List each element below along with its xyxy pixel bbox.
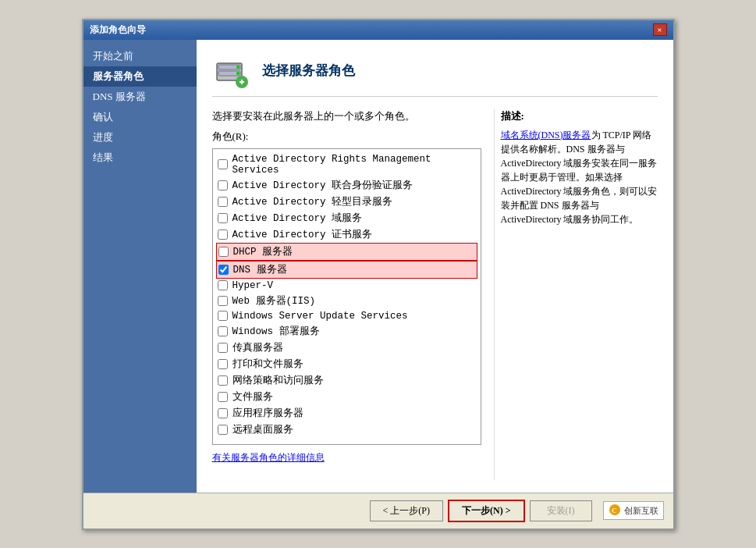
role-label: 角色(R): <box>212 130 481 144</box>
checkbox-ad-cs[interactable] <box>218 230 228 240</box>
role-label-app: 应用程序服务器 <box>232 407 303 420</box>
desc-link[interactable]: 域名系统(DNS)服务器 <box>501 130 591 141</box>
desc-body: 为 TCP/IP 网络提供名称解析。DNS 服务器与 ActiveDirecto… <box>501 130 658 225</box>
role-label-rds: 远程桌面服务 <box>232 423 293 436</box>
bottom-bar: < 上一步(P) 下一步(N) > 安装(I) C 创新互联 <box>83 493 673 528</box>
body-content: 选择要安装在此服务器上的一个或多个角色。 角色(R): Active Direc… <box>212 109 658 480</box>
role-item-dns: DNS 服务器 <box>216 261 477 279</box>
checkbox-print[interactable] <box>218 359 228 369</box>
role-item-app: 应用程序服务器 <box>216 405 477 422</box>
svg-point-4 <box>236 72 240 75</box>
role-label-wsus: Windows Server Update Services <box>232 311 408 322</box>
content-area: 开始之前 服务器角色 DNS 服务器 确认 进度 结果 <box>83 40 673 493</box>
main-window: 添加角色向导 × 开始之前 服务器角色 DNS 服务器 确认 进度 结果 <box>82 19 675 530</box>
role-label-print: 打印和文件服务 <box>232 358 303 371</box>
role-item-print: 打印和文件服务 <box>216 356 477 372</box>
checkbox-ad-lds[interactable] <box>218 197 228 207</box>
role-label-np: 网络策略和访问服务 <box>232 374 324 387</box>
checkbox-dhcp[interactable] <box>218 247 229 257</box>
role-label-ad-lds: Active Directory 轻型目录服务 <box>232 195 393 208</box>
checkbox-fax[interactable] <box>218 343 228 353</box>
checkbox-file[interactable] <box>218 392 228 402</box>
description-title: 描述: <box>501 109 658 123</box>
next-button[interactable]: 下一步(N) > <box>448 500 525 522</box>
role-label-file: 文件服务 <box>232 390 273 404</box>
role-label-ad-ds: Active Directory 域服务 <box>232 212 363 225</box>
svg-rect-7 <box>241 80 243 84</box>
sidebar: 开始之前 服务器角色 DNS 服务器 确认 进度 结果 <box>83 40 197 493</box>
checkbox-hyper-v[interactable] <box>218 280 228 290</box>
window-title: 添加角色向导 <box>90 23 146 37</box>
main-panel: 选择服务器角色 选择要安装在此服务器上的一个或多个角色。 角色(R): Acti… <box>197 40 673 493</box>
roles-list: Active Directory Rights Management Servi… <box>212 148 481 445</box>
checkbox-iis[interactable] <box>218 296 228 306</box>
role-item-iis: Web 服务器(IIS) <box>216 293 477 309</box>
role-item-dhcp: DHCP 服务器 <box>216 243 477 261</box>
role-item-hyper-v: Hyper-V <box>216 279 477 293</box>
role-label-iis: Web 服务器(IIS) <box>232 294 316 308</box>
role-item-ad-lds: Active Directory 轻型目录服务 <box>216 194 477 210</box>
checkbox-ad-fed[interactable] <box>218 180 228 190</box>
close-button[interactable]: × <box>653 23 667 36</box>
title-bar: 添加角色向导 × <box>83 20 673 40</box>
role-item-np: 网络策略和访问服务 <box>216 372 477 389</box>
prev-button[interactable]: < 上一步(P) <box>370 500 443 521</box>
page-title: 选择服务器角色 <box>262 62 355 80</box>
role-label-fax: 传真服务器 <box>232 341 283 354</box>
checkbox-np[interactable] <box>218 375 228 386</box>
checkbox-ad-ds[interactable] <box>218 213 228 223</box>
role-item-ad-fed: Active Directory 联合身份验证服务 <box>216 177 477 194</box>
svg-text:C: C <box>612 507 617 514</box>
header-icon <box>212 52 250 90</box>
role-label-hyper-v: Hyper-V <box>232 280 274 291</box>
brand-text: 创新互联 <box>624 505 658 517</box>
checkbox-app[interactable] <box>218 408 228 418</box>
role-label-wds: Windows 部署服务 <box>232 325 320 338</box>
sidebar-item-roles[interactable]: 服务器角色 <box>83 66 197 87</box>
details-link[interactable]: 有关服务器角色的详细信息 <box>212 452 325 463</box>
checkbox-dns[interactable] <box>218 265 229 275</box>
role-label-ad-rms: Active Directory Rights Management Servi… <box>232 154 476 176</box>
header-area: 选择服务器角色 <box>212 52 658 97</box>
role-label-dhcp: DHCP 服务器 <box>233 245 293 258</box>
footer-link-area: 有关服务器角色的详细信息 <box>212 451 481 464</box>
role-item-rds: 远程桌面服务 <box>216 422 477 438</box>
install-button[interactable]: 安装(I) <box>530 500 592 521</box>
instruction-text: 选择要安装在此服务器上的一个或多个角色。 <box>212 109 481 123</box>
role-item-ad-ds: Active Directory 域服务 <box>216 210 477 226</box>
checkbox-wsus[interactable] <box>218 311 228 321</box>
svg-point-3 <box>236 66 240 69</box>
sidebar-item-dns[interactable]: DNS 服务器 <box>83 87 197 107</box>
role-label-dns: DNS 服务器 <box>233 263 287 276</box>
role-label-ad-cs: Active Directory 证书服务 <box>232 228 373 241</box>
brand-icon: C <box>609 504 621 518</box>
checkbox-ad-rms[interactable] <box>218 159 228 169</box>
sidebar-item-result[interactable]: 结果 <box>83 148 197 168</box>
role-item-ad-cs: Active Directory 证书服务 <box>216 226 477 243</box>
role-item-fax: 传真服务器 <box>216 340 477 356</box>
left-panel: 选择要安装在此服务器上的一个或多个角色。 角色(R): Active Direc… <box>212 109 494 480</box>
sidebar-item-progress[interactable]: 进度 <box>83 127 197 148</box>
description-text: 域名系统(DNS)服务器为 TCP/IP 网络提供名称解析。DNS 服务器与 A… <box>501 128 658 226</box>
role-item-ad-rms: Active Directory Rights Management Servi… <box>216 152 477 177</box>
checkbox-rds[interactable] <box>218 425 228 435</box>
checkbox-wds[interactable] <box>218 326 228 336</box>
role-item-wds: Windows 部署服务 <box>216 323 477 340</box>
role-item-file: 文件服务 <box>216 389 477 405</box>
role-item-wsus: Windows Server Update Services <box>216 309 477 323</box>
sidebar-item-confirm[interactable]: 确认 <box>83 107 197 127</box>
right-panel: 描述: 域名系统(DNS)服务器为 TCP/IP 网络提供名称解析。DNS 服务… <box>494 109 658 480</box>
role-label-ad-fed: Active Directory 联合身份验证服务 <box>232 179 413 192</box>
sidebar-item-start[interactable]: 开始之前 <box>83 46 197 66</box>
brand-logo: C 创新互联 <box>603 501 664 520</box>
